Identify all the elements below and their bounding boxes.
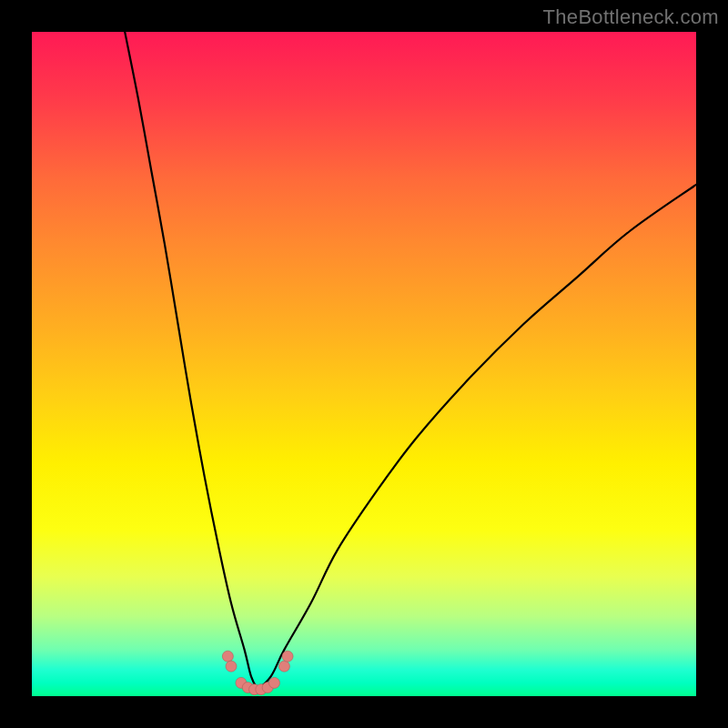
chart-svg xyxy=(32,32,696,696)
plot-area xyxy=(32,32,696,696)
curve-right-branch xyxy=(258,185,696,690)
well-dots-group xyxy=(222,651,293,695)
well-dot xyxy=(282,651,293,662)
chart-frame: TheBottleneck.com xyxy=(0,0,728,728)
well-dot xyxy=(222,651,233,662)
watermark-text: TheBottleneck.com xyxy=(543,5,719,29)
curve-left-branch xyxy=(125,32,258,690)
well-dot xyxy=(226,661,237,672)
well-dot xyxy=(268,677,279,688)
well-dot xyxy=(278,661,289,672)
